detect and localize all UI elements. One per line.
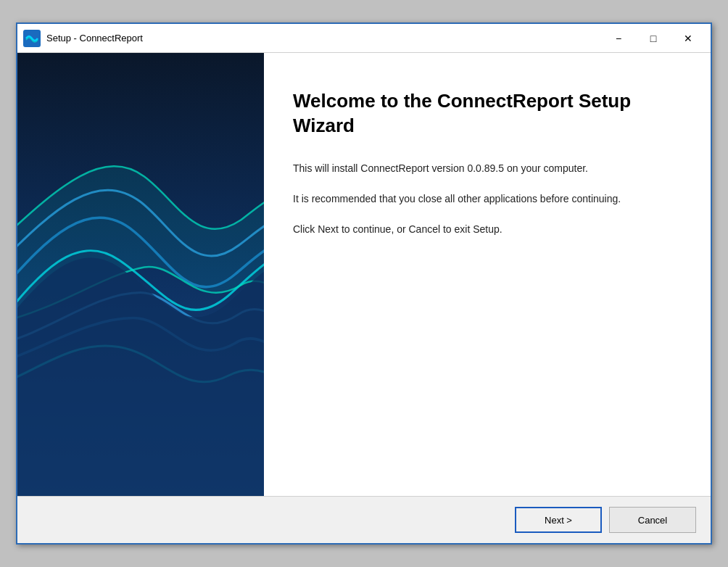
close-button[interactable]: ✕ bbox=[671, 28, 705, 49]
install-info: This will install ConnectReport version … bbox=[293, 160, 682, 176]
app-icon bbox=[23, 30, 41, 47]
window-controls: − □ ✕ bbox=[602, 28, 705, 49]
window-title: Setup - ConnectReport bbox=[46, 33, 602, 44]
maximize-button[interactable]: □ bbox=[637, 28, 670, 49]
wave-graphic bbox=[17, 53, 264, 496]
setup-window: Setup - ConnectReport − □ ✕ bbox=[16, 22, 712, 545]
cancel-button[interactable]: Cancel bbox=[609, 507, 696, 533]
recommendation: It is recommended that you close all oth… bbox=[293, 191, 682, 207]
title-bar: Setup - ConnectReport − □ ✕ bbox=[17, 24, 711, 53]
right-content: Welcome to the ConnectReport Setup Wizar… bbox=[264, 53, 711, 496]
minimize-button[interactable]: − bbox=[602, 28, 635, 49]
welcome-heading: Welcome to the ConnectReport Setup Wizar… bbox=[293, 89, 682, 138]
left-banner bbox=[17, 53, 264, 496]
welcome-body: This will install ConnectReport version … bbox=[293, 160, 682, 252]
next-button[interactable]: Next > bbox=[515, 507, 602, 533]
content-area: Welcome to the ConnectReport Setup Wizar… bbox=[17, 53, 711, 496]
footer: Next > Cancel bbox=[17, 496, 711, 543]
instructions: Click Next to continue, or Cancel to exi… bbox=[293, 221, 682, 237]
